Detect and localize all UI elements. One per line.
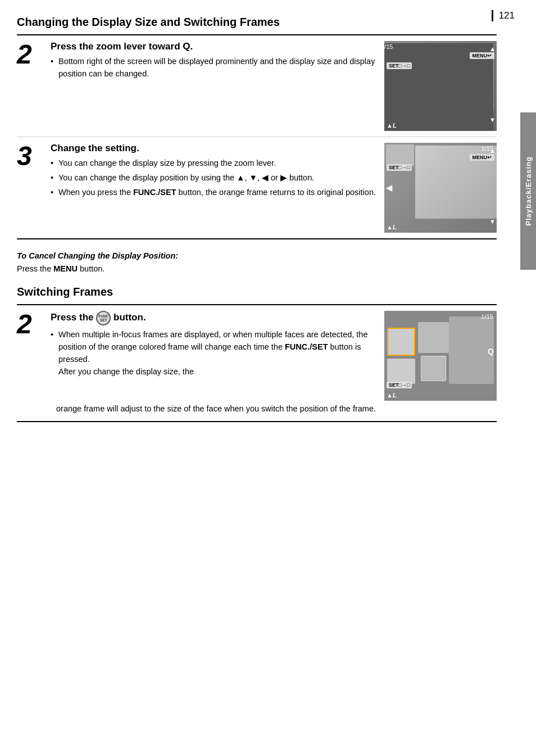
step-body-3: You can change the display size by press… <box>51 157 379 198</box>
step-3-bullet-3: When you press the FUNC./SET button, the… <box>51 187 379 199</box>
step-number-2: 2 <box>17 41 45 68</box>
set-label-1: SET <box>389 63 399 69</box>
img2-face-small <box>386 144 414 166</box>
menu-btn-2: MENU↩ <box>470 154 495 161</box>
scroll-down-2: ▼ <box>489 218 496 225</box>
step-3-bullet-2: You can change the display position by u… <box>51 172 379 184</box>
switch-step-body: • When multiple in-focus frames are disp… <box>51 329 379 378</box>
cancel-body: Press the MENU button. <box>17 262 497 275</box>
menu-btn-1: MENU↩ <box>470 52 495 59</box>
img3-face3 <box>449 316 494 384</box>
switch-step-row: 2 Press the FUNCSET button. • <box>17 305 497 421</box>
switch-header-prefix: Press the <box>51 313 94 323</box>
cam-screen-3: 1/15 Q SET□→□ ▲L <box>384 311 497 401</box>
step-2-bullet-1: Bottom right of the screen will be displ… <box>51 56 379 80</box>
cancel-section: To Cancel Changing the Display Position:… <box>17 250 497 275</box>
cancel-heading: To Cancel Changing the Display Position: <box>17 250 497 262</box>
switch-full-width-text: orange frame will adjust to the size of … <box>17 403 497 415</box>
func-set-bold: FUNC./SET <box>133 188 176 197</box>
menu-label-1: MENU <box>473 53 488 58</box>
step-header-3: Change the setting. <box>51 143 379 154</box>
img3-face4 <box>421 356 446 381</box>
al-label-1: ▲L <box>387 122 397 129</box>
scroll-up-2: ▲ <box>489 147 496 154</box>
switch-step-number: 2 <box>17 311 45 338</box>
return-arrow-1: ↩ <box>487 53 492 58</box>
step-image-1: 1/15 MENU↩ SET□→□ ▲L ▲ ▼ <box>384 41 497 131</box>
main-content: Changing the Display Size and Switching … <box>0 0 536 449</box>
scroll-down-1: ▼ <box>489 116 496 123</box>
arrow-up-sym: ▲ <box>237 173 244 182</box>
switch-step-inner: 2 Press the FUNCSET button. • <box>17 311 497 401</box>
step-row-3: 3 Change the setting. You can change the… <box>17 137 497 238</box>
func-set-button-icon: FUNCSET <box>96 311 111 325</box>
step-number-3: 3 <box>17 143 45 170</box>
step-body-2: Bottom right of the screen will be displ… <box>51 56 379 80</box>
sidebar-tab-label: Playback/Erasing <box>524 156 533 226</box>
step-header-2: Press the zoom lever toward Q. <box>51 41 379 52</box>
menu-label-2: MENU <box>473 155 488 160</box>
page-number: 121 <box>492 10 515 21</box>
scroll-up-1: ▲ <box>489 46 496 52</box>
switch-step-header: Press the FUNCSET button. <box>51 311 379 325</box>
step-row-2: 2 Press the zoom lever toward Q. Bottom … <box>17 35 497 137</box>
step-image-2: 1/15 MENU↩ SET□→□ ◀ ▲L ▲ ▼ <box>384 143 497 233</box>
set-dots-1: □→□ <box>399 63 410 69</box>
set-btn-3: SET□→□ <box>387 382 412 388</box>
switch-step-content: Press the FUNCSET button. • When multipl… <box>45 311 384 380</box>
switch-header-suffix: button. <box>113 313 146 323</box>
cam-screen-2: 1/15 MENU↩ SET□→□ ◀ ▲L ▲ ▼ <box>384 143 497 233</box>
set-dots-2: □→□ <box>399 165 410 170</box>
steps-container-1: 2 Press the zoom lever toward Q. Bottom … <box>17 34 497 239</box>
al-label-3: ▲L <box>387 392 397 399</box>
steps-container-2: 2 Press the FUNCSET button. • <box>17 304 497 422</box>
step-content-2: Press the zoom lever toward Q. Bottom ri… <box>45 41 384 83</box>
cam-counter-3: 1/15 <box>482 313 493 320</box>
step-content-3: Change the setting. You can change the d… <box>45 143 384 201</box>
section2-title: Switching Frames <box>17 286 497 298</box>
step-image-3: 1/15 Q SET□→□ ▲L <box>384 311 497 401</box>
al-label-2: ▲L <box>387 224 397 230</box>
set-btn-2: SET□→□ <box>387 164 412 171</box>
img3-face5 <box>387 359 415 384</box>
return-arrow-2: ↩ <box>487 155 492 160</box>
func-set-strong: FUNC./SET <box>285 342 328 351</box>
img3-face1 <box>387 328 415 356</box>
arrow-left-sym: ◀ <box>262 173 269 182</box>
img3-face2 <box>418 322 449 353</box>
step-3-bullet-1: You can change the display size by press… <box>51 157 379 170</box>
arrow-right-sym: ▶ <box>280 173 287 182</box>
switch-bullet-1: • When multiple in-focus frames are disp… <box>51 329 379 378</box>
q-icon-3: Q <box>488 347 494 356</box>
set-label-2: SET <box>389 165 399 170</box>
func-set-inner: FUNCSET <box>98 314 108 323</box>
arrow-left-2: ◀ <box>386 183 392 192</box>
cam-screen-1: 1/15 MENU↩ SET□→□ ▲L ▲ ▼ <box>384 41 497 131</box>
q-text: Q <box>183 41 190 52</box>
sidebar-tab: Playback/Erasing <box>520 112 536 270</box>
set-btn-1: SET□→□ <box>387 62 412 69</box>
section1-title: Changing the Display Size and Switching … <box>17 16 497 29</box>
set-dots-3: □→□ <box>399 382 410 388</box>
set-label-3: SET <box>389 382 399 388</box>
arrow-down-sym: ▼ <box>249 173 257 182</box>
